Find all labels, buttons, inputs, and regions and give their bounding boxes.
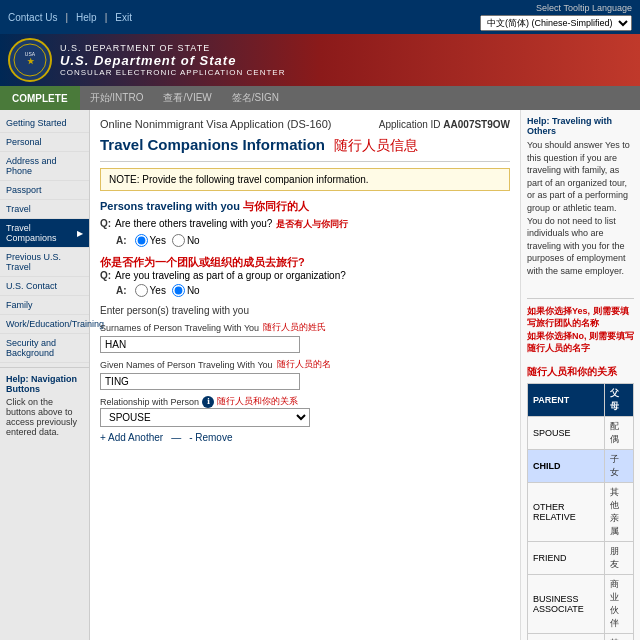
sidebar-help-title: Help: Navigation Buttons — [6, 374, 83, 394]
group-travel-highlight: 你是否作为一个团队或组织的成员去旅行? — [100, 255, 510, 270]
given-name-field-group: Given Names of Person Traveling With You… — [100, 358, 510, 390]
table-row: OTHER RELATIVE其他亲属 — [528, 482, 634, 541]
add-remove-controls: + Add Another — - Remove — [100, 432, 510, 443]
table-row: CHILD子女 — [528, 449, 634, 482]
main-content: Online Nonimmigrant Visa Application (DS… — [90, 110, 520, 640]
relationship-table: PARENT父母 SPOUSE配偶 CHILD子女 OTHER RELATIVE… — [527, 383, 634, 640]
nav-complete: COMPLETE — [0, 86, 80, 110]
agency-sub-line: CONSULAR ELECTRONIC APPLICATION CENTER — [60, 68, 285, 77]
app-id: Application ID AA007ST9OW — [379, 119, 510, 130]
section-group-travel: 你是否作为一个团队或组织的成员去旅行? Q: Are you traveling… — [100, 255, 510, 297]
add-another-link[interactable]: + Add Another — [100, 432, 163, 443]
help-panel-title: Help: Traveling with Others — [527, 116, 634, 136]
radio-yes-others[interactable]: Yes — [135, 234, 166, 247]
sidebar-item-us-contact[interactable]: U.S. Contact — [0, 277, 89, 296]
help-link[interactable]: Help — [76, 12, 97, 23]
relationship-select[interactable]: SPOUSE PARENT CHILD OTHER RELATIVE FRIEN… — [100, 408, 310, 427]
table-row: BUSINESS ASSOCIATE商业伙伴 — [528, 574, 634, 633]
section-traveling-with-you: Persons traveling with you 与你同行的人 Q: Are… — [100, 199, 510, 247]
agency-name: U.S. DEPARTMENT OF STATE U.S. Department… — [60, 43, 285, 77]
help-panel-text: You should answer Yes to this question i… — [527, 139, 634, 278]
sidebar-item-passport[interactable]: Passport — [0, 181, 89, 200]
relationship-info-icon[interactable]: ℹ — [202, 396, 214, 408]
table-row: SPOUSE配偶 — [528, 416, 634, 449]
lang-selector: Select Tooltip Language 中文(简体) (Chinese-… — [480, 3, 632, 31]
sidebar-item-prev-travel[interactable]: Previous U.S. Travel — [0, 248, 89, 277]
agency-header: ★ USA U.S. DEPARTMENT OF STATE U.S. Depa… — [0, 34, 640, 86]
nav-tab-sign[interactable]: 签名/SIGN — [222, 86, 289, 110]
svg-text:★: ★ — [27, 57, 35, 66]
sidebar-item-travel-companions[interactable]: Travel Companions▶ — [0, 219, 89, 248]
relationship-label: Relationship with Person ℹ 随行人员和你的关系 — [100, 395, 510, 408]
annotation-text: 如果你选择Yes, 则需要填写旅行团队的名称如果你选择No, 则需要填写随行人员… — [527, 305, 634, 355]
table-row: PARENT父母 — [528, 383, 634, 416]
note-box: NOTE: Provide the following travel compa… — [100, 168, 510, 191]
sidebar-item-family[interactable]: Family — [0, 296, 89, 315]
radio-yes-no-others: Yes No — [135, 234, 200, 247]
sidebar-item-work[interactable]: Work/Education/Training — [0, 315, 89, 334]
sidebar-item-travel[interactable]: Travel — [0, 200, 89, 219]
rel-table-title: 随行人员和你的关系 — [527, 365, 634, 379]
sidebar-item-personal[interactable]: Personal — [0, 133, 89, 152]
nav-bar: COMPLETE 开始/INTRO 查看/VIEW 签名/SIGN — [0, 86, 640, 110]
sidebar-item-address[interactable]: Address and Phone — [0, 152, 89, 181]
radio-yes-group[interactable]: Yes — [135, 284, 166, 297]
radio-no-others[interactable]: No — [172, 234, 200, 247]
surname-field-group: Surnames of Person Traveling With You 随行… — [100, 321, 510, 353]
table-row: OTHER其他 — [528, 633, 634, 640]
page-title: Travel Companions Information 随行人员信息 — [100, 136, 510, 155]
top-bar: Contact Us | Help | Exit Select Tooltip … — [0, 0, 640, 34]
given-name-label: Given Names of Person Traveling With You… — [100, 358, 510, 371]
answer-others-traveling: A: Yes No — [116, 234, 510, 247]
remove-link[interactable]: - Remove — [189, 432, 232, 443]
nav-tab-view[interactable]: 查看/VIEW — [153, 86, 221, 110]
nav-tabs: 开始/INTRO 查看/VIEW 签名/SIGN — [80, 86, 289, 110]
sidebar-help-text: Click on the buttons above to access pre… — [6, 397, 83, 437]
table-row: FRIEND朋友 — [528, 541, 634, 574]
app-header: Online Nonimmigrant Visa Application (DS… — [100, 118, 510, 130]
app-title: Online Nonimmigrant Visa Application (DS… — [100, 118, 332, 130]
relationship-table-section: 随行人员和你的关系 PARENT父母 SPOUSE配偶 CHILD子女 OTHE… — [527, 365, 634, 640]
help-panel: Help: Traveling with Others You should a… — [520, 110, 640, 640]
sidebar-help: Help: Navigation Buttons Click on the bu… — [0, 367, 89, 443]
surname-label: Surnames of Person Traveling With You 随行… — [100, 321, 510, 334]
question-others-traveling: Q: Are there others traveling with you? … — [100, 218, 510, 231]
companion-form: Enter person(s) traveling with you Surna… — [100, 305, 510, 443]
section-title-persons: Persons traveling with you 与你同行的人 — [100, 199, 510, 214]
surname-input[interactable] — [100, 336, 300, 353]
sidebar: Getting Started Personal Address and Pho… — [0, 110, 90, 640]
sidebar-item-security[interactable]: Security and Background — [0, 334, 89, 363]
given-name-input[interactable] — [100, 373, 300, 390]
seal-icon: ★ USA — [8, 38, 52, 82]
nav-tab-intro[interactable]: 开始/INTRO — [80, 86, 154, 110]
sidebar-item-getting-started[interactable]: Getting Started — [0, 114, 89, 133]
svg-text:USA: USA — [25, 51, 36, 57]
radio-no-group[interactable]: No — [172, 284, 200, 297]
lang-label: Select Tooltip Language — [536, 3, 632, 13]
question-group: Q: Are you traveling as part of a group … — [100, 270, 510, 281]
agency-main-line: U.S. Department of State — [60, 53, 285, 68]
contact-link[interactable]: Contact Us — [8, 12, 57, 23]
relationship-field-group: Relationship with Person ℹ 随行人员和你的关系 SPO… — [100, 395, 510, 427]
answer-group: A: Yes No — [116, 284, 510, 297]
radio-yes-no-group: Yes No — [135, 284, 200, 297]
enter-person-label: Enter person(s) traveling with you — [100, 305, 510, 316]
exit-link[interactable]: Exit — [115, 12, 132, 23]
lang-select[interactable]: 中文(简体) (Chinese-Simplified) — [480, 15, 632, 31]
agency-top-line: U.S. DEPARTMENT OF STATE — [60, 43, 285, 53]
